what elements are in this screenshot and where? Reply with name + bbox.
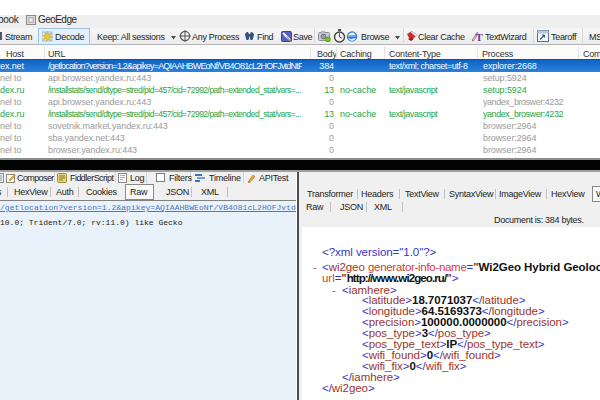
svg-text:T: T	[476, 31, 483, 42]
